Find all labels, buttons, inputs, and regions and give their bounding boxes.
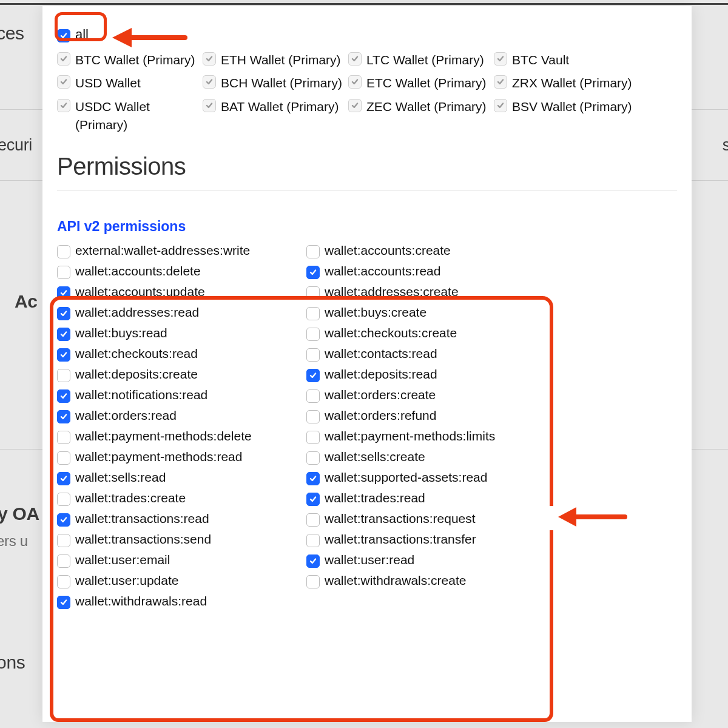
- permission-item[interactable]: wallet:payment-methods:delete: [57, 429, 299, 443]
- permission-item[interactable]: wallet:accounts:update: [57, 285, 299, 299]
- account-item[interactable]: BCH Wallet (Primary): [203, 74, 348, 92]
- checkbox-icon[interactable]: [306, 286, 320, 300]
- checkbox-icon[interactable]: [306, 575, 320, 588]
- checkbox-icon[interactable]: [57, 472, 70, 485]
- checkbox-icon[interactable]: [203, 99, 216, 112]
- checkbox-icon[interactable]: [306, 245, 320, 258]
- checkbox-icon[interactable]: [57, 534, 70, 547]
- checkbox-icon[interactable]: [203, 52, 216, 66]
- checkbox-icon[interactable]: [57, 554, 70, 568]
- permission-item[interactable]: wallet:transactions:request: [306, 511, 548, 526]
- permission-item[interactable]: wallet:orders:read: [57, 408, 299, 423]
- permission-item[interactable]: wallet:transactions:transfer: [306, 532, 548, 547]
- permission-item[interactable]: wallet:user:read: [306, 553, 548, 567]
- checkbox-icon[interactable]: [306, 493, 320, 506]
- account-item[interactable]: LTC Wallet (Primary): [348, 51, 494, 69]
- permission-item[interactable]: wallet:accounts:delete: [57, 264, 299, 278]
- permission-item[interactable]: wallet:addresses:read: [57, 305, 299, 320]
- checkbox-icon[interactable]: [57, 245, 70, 258]
- account-item[interactable]: USDC Wallet (Primary): [57, 98, 203, 135]
- checkbox-icon[interactable]: [57, 410, 70, 423]
- checkbox-icon[interactable]: [57, 389, 70, 403]
- checkbox-icon[interactable]: [306, 307, 320, 320]
- checkbox-icon[interactable]: [306, 266, 320, 279]
- permission-item[interactable]: wallet:buys:read: [57, 326, 299, 340]
- permission-item[interactable]: wallet:withdrawals:read: [57, 594, 299, 608]
- checkbox-icon[interactable]: [57, 286, 70, 300]
- checkbox-icon[interactable]: [57, 596, 70, 609]
- permission-item[interactable]: wallet:contacts:read: [306, 346, 548, 361]
- account-item[interactable]: ZEC Wallet (Primary): [348, 98, 494, 135]
- checkbox-icon[interactable]: [306, 513, 320, 527]
- permission-item[interactable]: wallet:orders:refund: [306, 408, 548, 423]
- checkbox-all[interactable]: [57, 29, 70, 42]
- checkbox-icon[interactable]: [57, 513, 70, 527]
- checkbox-icon[interactable]: [203, 75, 216, 89]
- checkbox-icon[interactable]: [57, 451, 70, 465]
- checkbox-icon[interactable]: [57, 75, 70, 89]
- checkbox-icon[interactable]: [306, 410, 320, 423]
- account-item[interactable]: BTC Vault: [494, 51, 639, 69]
- account-item[interactable]: ETH Wallet (Primary): [203, 51, 348, 69]
- permission-item[interactable]: wallet:supported-assets:read: [306, 470, 548, 485]
- checkbox-icon[interactable]: [306, 328, 320, 341]
- permission-item[interactable]: wallet:sells:create: [306, 450, 548, 464]
- checkbox-icon[interactable]: [57, 328, 70, 341]
- checkbox-icon[interactable]: [306, 389, 320, 403]
- account-item[interactable]: BTC Wallet (Primary): [57, 51, 203, 69]
- checkbox-icon[interactable]: [348, 99, 362, 112]
- checkbox-icon[interactable]: [57, 431, 70, 444]
- permission-item[interactable]: wallet:sells:read: [57, 470, 299, 485]
- checkbox-icon[interactable]: [348, 52, 362, 66]
- account-all-row[interactable]: all: [57, 23, 677, 46]
- checkbox-icon[interactable]: [306, 369, 320, 382]
- permission-item[interactable]: wallet:orders:create: [306, 388, 548, 402]
- checkbox-icon[interactable]: [57, 493, 70, 506]
- checkbox-icon[interactable]: [306, 348, 320, 362]
- checkbox-icon[interactable]: [306, 534, 320, 547]
- checkbox-icon[interactable]: [57, 266, 70, 279]
- account-item[interactable]: ETC Wallet (Primary): [348, 74, 494, 92]
- account-item[interactable]: BAT Wallet (Primary): [203, 98, 348, 135]
- checkbox-icon[interactable]: [57, 348, 70, 362]
- permission-item[interactable]: wallet:addresses:create: [306, 285, 548, 299]
- permission-item[interactable]: wallet:withdrawals:create: [306, 573, 548, 588]
- checkbox-icon[interactable]: [57, 99, 70, 112]
- account-item-label: USDC Wallet (Primary): [75, 98, 198, 135]
- permission-item[interactable]: wallet:checkouts:create: [306, 326, 548, 340]
- permission-item[interactable]: wallet:transactions:read: [57, 511, 299, 526]
- permission-item[interactable]: external:wallet-addresses:write: [57, 243, 299, 258]
- checkbox-icon[interactable]: [57, 369, 70, 382]
- checkbox-icon[interactable]: [494, 52, 507, 66]
- checkbox-icon[interactable]: [306, 472, 320, 485]
- permission-item[interactable]: wallet:transactions:send: [57, 532, 299, 547]
- permission-item[interactable]: wallet:accounts:read: [306, 264, 548, 278]
- checkbox-icon[interactable]: [57, 307, 70, 320]
- checkbox-icon[interactable]: [494, 75, 507, 89]
- permission-item[interactable]: wallet:user:email: [57, 553, 299, 567]
- permission-item[interactable]: wallet:notifications:read: [57, 388, 299, 402]
- checkbox-icon[interactable]: [57, 575, 70, 588]
- permission-item[interactable]: wallet:accounts:create: [306, 243, 548, 258]
- permission-item[interactable]: wallet:user:update: [57, 573, 299, 588]
- permission-item[interactable]: wallet:deposits:create: [57, 367, 299, 382]
- permission-item[interactable]: wallet:checkouts:read: [57, 346, 299, 361]
- checkbox-icon[interactable]: [306, 451, 320, 465]
- account-item-label: BSV Wallet (Primary): [512, 98, 632, 116]
- account-item-label: BCH Wallet (Primary): [221, 74, 342, 92]
- checkbox-icon[interactable]: [57, 52, 70, 66]
- checkbox-icon[interactable]: [494, 99, 507, 112]
- account-item[interactable]: ZRX Wallet (Primary): [494, 74, 639, 92]
- checkbox-icon[interactable]: [306, 431, 320, 444]
- checkbox-icon[interactable]: [306, 554, 320, 568]
- account-item[interactable]: USD Wallet: [57, 74, 203, 92]
- account-item[interactable]: BSV Wallet (Primary): [494, 98, 639, 135]
- permission-item[interactable]: wallet:buys:create: [306, 305, 548, 320]
- permission-item[interactable]: wallet:trades:create: [57, 491, 299, 505]
- permission-item[interactable]: wallet:deposits:read: [306, 367, 548, 382]
- permission-item[interactable]: wallet:payment-methods:limits: [306, 429, 548, 443]
- checkbox-icon[interactable]: [348, 75, 362, 89]
- permission-item[interactable]: wallet:trades:read: [306, 491, 548, 505]
- permission-item[interactable]: wallet:payment-methods:read: [57, 450, 299, 464]
- divider: [57, 190, 677, 190]
